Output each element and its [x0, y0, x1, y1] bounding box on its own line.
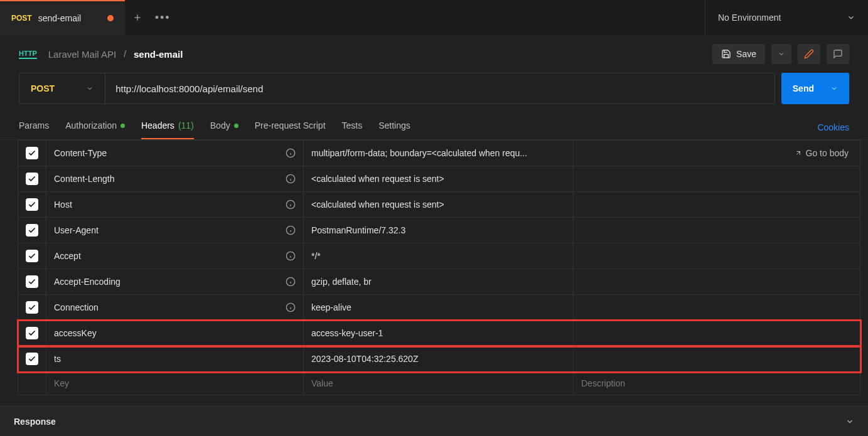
green-dot-icon	[121, 124, 125, 128]
chevron-down-icon	[845, 417, 854, 426]
description-input[interactable]: Description	[574, 372, 860, 395]
row-checkbox[interactable]	[26, 250, 38, 262]
send-button[interactable]: Send	[781, 73, 849, 104]
header-value-cell[interactable]: <calculated when request is sent>	[304, 166, 574, 192]
header-description-cell[interactable]	[574, 192, 860, 218]
breadcrumb-collection[interactable]: Laravel Mail API	[48, 49, 116, 60]
tab-authorization[interactable]: Authorization	[65, 115, 125, 139]
tab-method: POST	[11, 14, 32, 23]
url-bar: POST	[19, 73, 775, 104]
header-key: Connection	[54, 302, 99, 312]
header-description-cell[interactable]	[574, 218, 860, 243]
method-select[interactable]: POST	[19, 73, 105, 104]
header-description-cell[interactable]	[574, 321, 860, 346]
row-checkbox[interactable]	[26, 353, 38, 365]
header-key-cell[interactable]: Accept-Encoding	[46, 269, 304, 295]
header-value-cell[interactable]: */*	[304, 243, 574, 269]
send-label: Send	[793, 83, 814, 93]
request-tab[interactable]: POST send-email	[0, 0, 125, 35]
environment-label: No Environment	[718, 13, 781, 23]
tab-headers[interactable]: Headers (11)	[141, 115, 194, 139]
svg-line-5	[796, 152, 800, 155]
save-button[interactable]: Save	[712, 44, 765, 64]
tab-bar: POST send-email ••• No Environment	[0, 0, 868, 35]
header-value-cell[interactable]: PostmanRuntime/7.32.3	[304, 218, 574, 243]
header-value-cell[interactable]: 2023-08-10T04:32:25.620Z	[304, 346, 574, 372]
table-row: Content-Typemultipart/form-data; boundar…	[18, 141, 860, 166]
header-value-cell[interactable]: <calculated when request is sent>	[304, 192, 574, 218]
method-select-label: POST	[31, 83, 55, 93]
header-description-cell[interactable]	[574, 269, 860, 295]
breadcrumb-separator: /	[124, 49, 126, 59]
go-to-body-link[interactable]: Go to body	[795, 148, 849, 158]
cookies-link[interactable]: Cookies	[817, 122, 849, 132]
row-checkbox[interactable]	[26, 198, 38, 211]
table-row: Accept*/*	[18, 243, 860, 269]
table-row: ts2023-08-10T04:32:25.620Z	[18, 346, 860, 372]
header-key-cell[interactable]: ts	[46, 346, 304, 372]
header-key-cell[interactable]: Accept	[46, 243, 304, 269]
header-key: accessKey	[54, 328, 97, 338]
header-value-cell[interactable]: multipart/form-data; boundary=<calculate…	[304, 141, 574, 166]
header-value-cell[interactable]: access-key-user-1	[304, 321, 574, 346]
response-label: Response	[14, 417, 56, 427]
header-key-cell[interactable]: accessKey	[46, 321, 304, 346]
row-checkbox[interactable]	[26, 301, 38, 314]
table-row-new: KeyValueDescription	[18, 372, 860, 395]
header-value-cell[interactable]: keep-alive	[304, 295, 574, 321]
comment-button[interactable]	[827, 44, 849, 64]
row-checkbox[interactable]	[26, 327, 38, 339]
environment-select[interactable]: No Environment	[705, 0, 868, 35]
row-checkbox[interactable]	[26, 147, 38, 159]
breadcrumb-request: send-email	[134, 49, 183, 60]
row-checkbox[interactable]	[26, 173, 38, 185]
header-description-cell[interactable]	[574, 295, 860, 321]
edit-button[interactable]	[798, 44, 820, 64]
key-input[interactable]: Key	[46, 372, 304, 395]
header-value-cell[interactable]: gzip, deflate, br	[304, 269, 574, 295]
save-icon	[721, 49, 731, 59]
header-key: Accept-Encoding	[54, 277, 121, 287]
header-key: Content-Length	[54, 174, 115, 184]
header-key: Host	[54, 199, 72, 210]
header-key-cell[interactable]: User-Agent	[46, 218, 304, 243]
response-panel-header[interactable]: Response	[0, 406, 868, 436]
table-row: accessKeyaccess-key-user-1	[18, 321, 860, 346]
row-checkbox[interactable]	[26, 224, 38, 237]
chevron-down-icon	[830, 85, 838, 92]
save-dropdown[interactable]	[771, 44, 791, 64]
tab-tests[interactable]: Tests	[342, 115, 363, 139]
comment-icon	[833, 49, 843, 59]
tab-settings[interactable]: Settings	[378, 115, 410, 139]
header-key: Content-Type	[54, 148, 107, 158]
table-row: Content-Length<calculated when request i…	[18, 166, 860, 192]
chevron-down-icon	[778, 50, 785, 58]
value-input[interactable]: Value	[304, 372, 574, 395]
url-input[interactable]	[105, 83, 774, 94]
header-key-cell[interactable]: Connection	[46, 295, 304, 321]
tab-params[interactable]: Params	[19, 115, 49, 139]
header-key-cell[interactable]: Content-Type	[46, 141, 304, 166]
chevron-down-icon	[86, 85, 94, 92]
header-description-cell[interactable]	[574, 243, 860, 269]
headers-table: Content-Typemultipart/form-data; boundar…	[18, 140, 860, 395]
header-description-cell[interactable]	[574, 166, 860, 192]
header-description-cell[interactable]: Go to body	[574, 141, 860, 166]
pencil-icon	[804, 49, 814, 59]
tab-body[interactable]: Body	[210, 115, 238, 139]
headers-table-wrap: Content-Typemultipart/form-data; boundar…	[0, 140, 868, 395]
header-key: Accept	[54, 251, 81, 261]
new-tab-button[interactable]	[125, 0, 150, 35]
tab-prerequest[interactable]: Pre-request Script	[255, 115, 326, 139]
tab-options-button[interactable]: •••	[150, 0, 175, 35]
header-key-cell[interactable]: Host	[46, 192, 304, 218]
plus-icon	[132, 13, 142, 23]
table-row: Connectionkeep-alive	[18, 295, 860, 321]
green-dot-icon	[234, 124, 238, 128]
table-row: User-AgentPostmanRuntime/7.32.3	[18, 218, 860, 243]
header-key-cell[interactable]: Content-Length	[46, 166, 304, 192]
request-subtabs: Params Authorization Headers (11) Body P…	[0, 110, 868, 140]
header-description-cell[interactable]	[574, 346, 860, 372]
row-checkbox[interactable]	[26, 275, 38, 288]
tab-title: send-email	[38, 13, 81, 23]
